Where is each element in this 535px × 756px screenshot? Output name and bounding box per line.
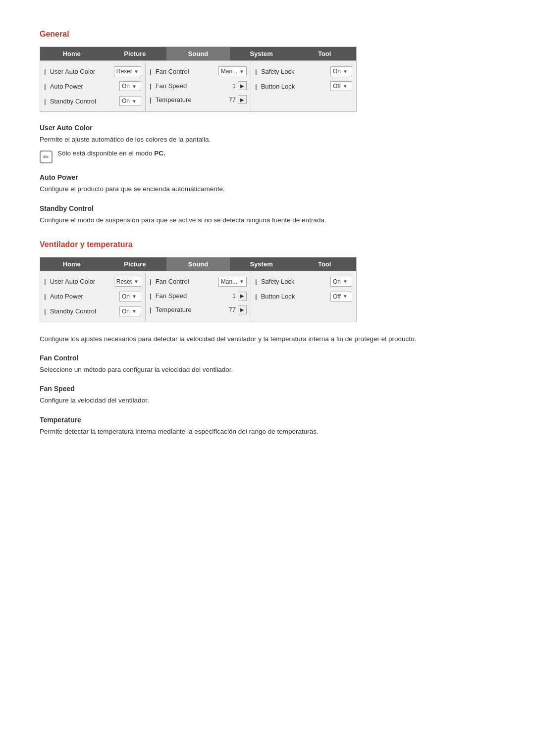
subsection-text-standby-control: Configure el modo de suspensión para que… bbox=[40, 215, 495, 225]
row-bar: | bbox=[150, 292, 152, 300]
dropdown-control[interactable]: Off ▼ bbox=[330, 81, 352, 91]
intro-text: Configure los ajustes necesarios para de… bbox=[40, 334, 495, 344]
tab-tool[interactable]: Tool bbox=[293, 47, 356, 60]
arrow-right-icon[interactable]: ▶ bbox=[238, 81, 247, 90]
section-ventilador: Ventilador y temperatura HomePictureSoun… bbox=[40, 240, 495, 437]
tab-system[interactable]: System bbox=[230, 257, 293, 271]
dropdown-arrow-icon: ▼ bbox=[134, 69, 139, 74]
dropdown-value: Reset bbox=[116, 278, 132, 285]
menu-col-1: | User Auto Color Reset ▼ | Auto Power O… bbox=[40, 61, 146, 111]
dropdown-value: On bbox=[333, 68, 341, 75]
dropdown-value: On bbox=[122, 293, 130, 300]
menu-col-1: | User Auto Color Reset ▼ | Auto Power O… bbox=[40, 271, 146, 322]
dropdown-arrow-icon: ▼ bbox=[343, 294, 348, 299]
arrow-right-icon[interactable]: ▶ bbox=[238, 95, 247, 104]
dropdown-arrow-icon: ▼ bbox=[132, 84, 137, 89]
tab-sound[interactable]: Sound bbox=[166, 47, 230, 60]
menu-table: HomePictureSoundSystemTool | User Auto C… bbox=[40, 257, 357, 322]
subsection-text-fan-speed: Configure la velocidad del ventilador. bbox=[40, 396, 495, 405]
dropdown-control[interactable]: On ▼ bbox=[119, 96, 141, 106]
menu-body: | User Auto Color Reset ▼ | Auto Power O… bbox=[40, 61, 356, 111]
dropdown-control[interactable]: Man... ▼ bbox=[218, 66, 247, 76]
dropdown-value: Man... bbox=[221, 68, 237, 75]
tab-home[interactable]: Home bbox=[40, 257, 104, 271]
menu-row: | Fan Speed 1 ▶ bbox=[146, 79, 251, 93]
menu-row: | Safety Lock On ▼ bbox=[251, 64, 356, 79]
tab-system[interactable]: System bbox=[230, 47, 293, 60]
dropdown-value: On bbox=[122, 98, 130, 104]
subsection-title-user-auto-color: User Auto Color bbox=[40, 124, 495, 132]
row-bar: | bbox=[255, 83, 257, 90]
dropdown-control[interactable]: On ▼ bbox=[330, 66, 352, 76]
dropdown-control[interactable]: On ▼ bbox=[330, 277, 352, 287]
dropdown-control[interactable]: On ▼ bbox=[119, 292, 141, 302]
menu-row: | Auto Power On ▼ bbox=[40, 79, 145, 94]
menu-col-2: | Fan Control Man... ▼ | Fan Speed 1 ▶ |… bbox=[146, 271, 251, 322]
dropdown-control[interactable]: On ▼ bbox=[119, 81, 141, 91]
menu-row: | Button Lock Off ▼ bbox=[251, 289, 356, 304]
row-bar: | bbox=[150, 278, 152, 285]
dropdown-control[interactable]: Man... ▼ bbox=[218, 277, 247, 287]
arrow-right-icon[interactable]: ▶ bbox=[238, 292, 247, 301]
subsection-title-fan-control: Fan Control bbox=[40, 354, 495, 362]
tab-picture[interactable]: Picture bbox=[104, 257, 167, 271]
row-label: Fan Speed bbox=[156, 82, 229, 90]
dropdown-arrow-icon: ▼ bbox=[132, 294, 137, 299]
row-label: Fan Control bbox=[156, 68, 215, 75]
row-label: Auto Power bbox=[50, 83, 116, 90]
dropdown-arrow-icon: ▼ bbox=[239, 279, 244, 284]
row-bar: | bbox=[150, 306, 152, 313]
section-general: General HomePictureSoundSystemTool | Use… bbox=[40, 30, 495, 225]
row-bar: | bbox=[44, 68, 46, 75]
subsection-text-user-auto-color: Permite el ajuste automático de los colo… bbox=[40, 135, 495, 145]
menu-col-2: | Fan Control Man... ▼ | Fan Speed 1 ▶ |… bbox=[146, 61, 251, 111]
row-label: Fan Control bbox=[156, 278, 215, 285]
dropdown-arrow-icon: ▼ bbox=[132, 99, 137, 104]
row-bar: | bbox=[150, 96, 152, 103]
row-label: User Auto Color bbox=[50, 68, 111, 75]
row-label: Safety Lock bbox=[261, 68, 327, 75]
note-box: ✏ Sólo está disponible en el modo PC. bbox=[40, 150, 495, 163]
dropdown-control[interactable]: On ▼ bbox=[119, 306, 141, 316]
subsection-title-fan-speed: Fan Speed bbox=[40, 385, 495, 393]
row-bar: | bbox=[44, 98, 46, 105]
arrow-value: 1 bbox=[232, 292, 236, 300]
tab-tool[interactable]: Tool bbox=[293, 257, 356, 271]
note-icon: ✏ bbox=[40, 151, 53, 163]
dropdown-control[interactable]: Reset ▼ bbox=[114, 66, 141, 76]
section-title-general: General bbox=[40, 30, 495, 39]
row-bar: | bbox=[150, 82, 152, 90]
dropdown-arrow-icon: ▼ bbox=[343, 84, 348, 89]
row-bar: | bbox=[44, 278, 46, 285]
row-bar: | bbox=[255, 68, 257, 75]
dropdown-arrow-icon: ▼ bbox=[239, 69, 244, 74]
dropdown-arrow-icon: ▼ bbox=[343, 69, 348, 74]
row-bar: | bbox=[150, 68, 152, 75]
tab-picture[interactable]: Picture bbox=[104, 47, 167, 60]
menu-row: | User Auto Color Reset ▼ bbox=[40, 64, 145, 79]
dropdown-value: Off bbox=[333, 293, 341, 300]
note-text: Sólo está disponible en el modo PC. bbox=[57, 150, 165, 157]
subsection-text-auto-power: Configure el producto para que se encien… bbox=[40, 184, 495, 194]
dropdown-arrow-icon: ▼ bbox=[132, 308, 137, 314]
menu-row: | Standby Control On ▼ bbox=[40, 94, 145, 108]
dropdown-value: On bbox=[122, 308, 130, 315]
row-bar: | bbox=[255, 293, 257, 300]
row-label: Button Lock bbox=[261, 293, 327, 300]
subsection-title-standby-control: Standby Control bbox=[40, 204, 495, 212]
tab-home[interactable]: Home bbox=[40, 47, 104, 60]
dropdown-arrow-icon: ▼ bbox=[134, 279, 139, 284]
subsection-title-temperature: Temperature bbox=[40, 416, 495, 424]
row-label: Fan Speed bbox=[156, 292, 229, 300]
dropdown-control[interactable]: Off ▼ bbox=[330, 292, 352, 302]
arrow-value: 77 bbox=[229, 306, 236, 313]
row-label: Button Lock bbox=[261, 83, 327, 90]
arrow-right-icon[interactable]: ▶ bbox=[238, 305, 247, 314]
dropdown-control[interactable]: Reset ▼ bbox=[114, 277, 141, 287]
menu-row: | Fan Control Man... ▼ bbox=[146, 274, 251, 289]
subsection-text-temperature: Permite detectar la temperatura interna … bbox=[40, 427, 495, 437]
arrow-value: 1 bbox=[232, 82, 236, 90]
row-bar: | bbox=[44, 307, 46, 315]
tab-sound[interactable]: Sound bbox=[166, 257, 230, 271]
dropdown-value: On bbox=[333, 278, 341, 285]
